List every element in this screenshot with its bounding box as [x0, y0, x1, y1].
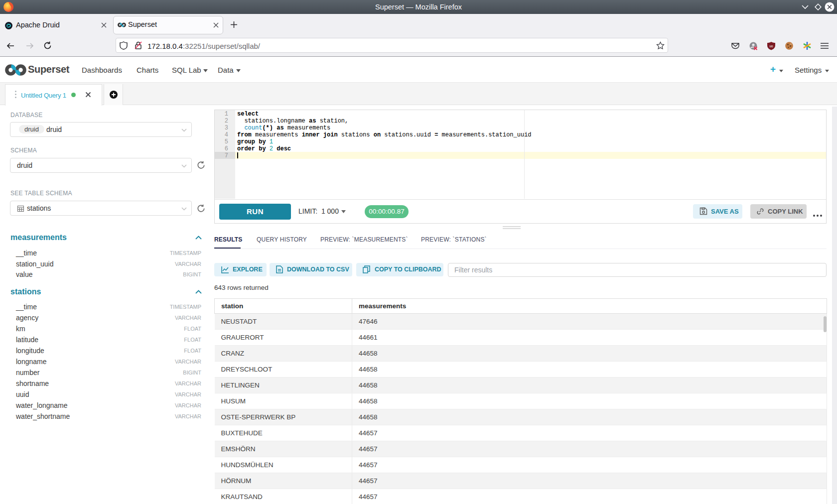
- svg-text:uo: uo: [769, 44, 773, 48]
